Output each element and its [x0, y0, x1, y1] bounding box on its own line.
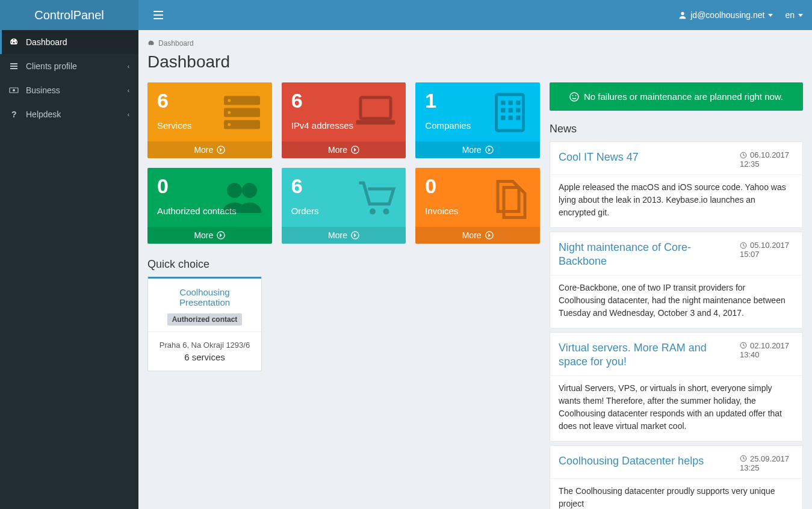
tile-authorized-contacts[interactable]: 0 Authorized contacts More: [147, 168, 272, 244]
quick-choice-services: 6 services: [154, 352, 255, 362]
stat-tiles: 6 Services More: [147, 82, 540, 244]
tile-orders[interactable]: 6 Orders More: [282, 168, 406, 244]
user-menu[interactable]: jd@coolhousing.net: [678, 10, 773, 20]
news-timestamp: 06.10.2017 12:35: [740, 150, 794, 168]
status-banner: No failures or maintenance are planned r…: [550, 82, 803, 111]
sidebar-item-business[interactable]: Business ‹: [0, 78, 138, 102]
svg-rect-17: [361, 97, 391, 119]
files-icon: [486, 174, 534, 222]
svg-point-32: [242, 183, 257, 198]
brand-logo[interactable]: ControlPanel: [0, 0, 138, 30]
tile-more-link[interactable]: More: [282, 227, 406, 244]
arrow-right-circle-icon: [217, 146, 225, 154]
svg-rect-7: [153, 14, 163, 16]
sidebar-item-helpdesk[interactable]: ? Helpdesk ‹: [0, 102, 138, 126]
news-timestamp: 02.10.2017 13:40: [740, 341, 794, 369]
quick-choice-card: Coolhousing Presentation Authorized cont…: [147, 277, 262, 371]
caret-down-icon: [798, 14, 803, 17]
clock-icon: [740, 242, 747, 249]
clock-icon: [740, 152, 747, 159]
sidebar-nav: Dashboard Clients profile ‹ Business ‹ ?: [0, 30, 138, 126]
users-icon: [218, 174, 266, 222]
breadcrumb: Dashboard: [147, 39, 803, 48]
tile-ipv4[interactable]: 6 IPv4 addresses More: [282, 82, 406, 158]
svg-rect-27: [501, 116, 506, 120]
clock-icon: [740, 342, 747, 349]
news-title-link[interactable]: Coolhousing Datacenter helps: [559, 454, 733, 472]
sidebar-item-clients-profile[interactable]: Clients profile ‹: [0, 54, 138, 78]
tile-more-link[interactable]: More: [147, 227, 272, 244]
tile-more-link[interactable]: More: [415, 227, 540, 244]
sidebar-item-label: Business: [26, 85, 128, 95]
svg-rect-26: [516, 108, 521, 113]
news-title-link[interactable]: Virtual servers. More RAM and space for …: [559, 341, 733, 369]
news-item: Night maintenance of Core-Backbone 05.10…: [550, 232, 803, 329]
tile-more-link[interactable]: More: [282, 141, 406, 158]
user-icon: [678, 11, 687, 19]
tile-more-link[interactable]: More: [415, 141, 540, 158]
quick-choice-heading: Quick choice: [147, 258, 540, 271]
list-icon: [9, 61, 21, 71]
clock-icon: [740, 455, 747, 462]
tile-services[interactable]: 6 Services More: [147, 82, 272, 158]
svg-point-14: [228, 111, 231, 114]
svg-point-40: [575, 95, 576, 96]
svg-rect-18: [356, 120, 395, 125]
news-title-link[interactable]: Cool IT News 47: [559, 150, 733, 168]
news-title-link[interactable]: Night maintenance of Core-Backbone: [559, 241, 733, 269]
arrow-right-circle-icon: [485, 146, 494, 154]
quick-choice-address: Praha 6, Na Okraji 1293/6: [154, 341, 255, 350]
svg-rect-28: [509, 116, 513, 120]
quick-choice-link[interactable]: Coolhousing Presentation: [154, 287, 255, 307]
svg-rect-25: [509, 108, 513, 113]
svg-rect-6: [153, 11, 163, 12]
news-item: Coolhousing Datacenter helps 25.09.2017 …: [550, 445, 803, 509]
arrow-right-circle-icon: [351, 231, 359, 239]
svg-point-39: [572, 95, 573, 96]
chevron-left-icon: ‹: [128, 87, 129, 94]
news-body: Virtual Servers, VPS, or virtuals in sho…: [550, 375, 802, 441]
news-item: Cool IT News 47 06.10.2017 12:35 Apple r…: [550, 141, 803, 228]
language-label: en: [785, 10, 795, 20]
arrow-right-circle-icon: [351, 146, 359, 154]
svg-point-31: [227, 183, 242, 198]
news-item: Virtual servers. More RAM and space for …: [550, 332, 803, 442]
tile-invoices[interactable]: 0 Invoices More: [415, 168, 540, 244]
sidebar-item-dashboard[interactable]: Dashboard: [0, 30, 138, 54]
question-icon: ?: [9, 110, 21, 119]
news-timestamp: 25.09.2017 13:25: [740, 454, 794, 472]
hamburger-icon: [153, 11, 163, 19]
svg-point-38: [570, 93, 578, 101]
cart-icon: [352, 174, 400, 222]
server-icon: [218, 88, 266, 137]
money-icon: [9, 85, 21, 95]
sidebar-item-label: Helpdesk: [26, 110, 128, 119]
sidebar-item-label: Clients profile: [26, 61, 128, 71]
dashboard-icon: [9, 37, 21, 47]
news-body: The Coolhousing datacenter proudly suppo…: [550, 478, 802, 509]
svg-point-15: [228, 123, 231, 126]
tile-companies[interactable]: 1 Companies More: [415, 82, 540, 158]
svg-rect-2: [10, 68, 17, 69]
svg-rect-1: [10, 66, 17, 67]
sidebar-item-label: Dashboard: [26, 37, 129, 47]
news-timestamp: 05.10.2017 15:07: [740, 241, 794, 269]
arrow-right-circle-icon: [485, 231, 494, 239]
building-icon: [486, 88, 534, 137]
topbar: jd@coolhousing.net en: [138, 0, 812, 30]
svg-rect-23: [516, 100, 521, 105]
svg-text:?: ?: [11, 110, 17, 119]
svg-rect-21: [501, 100, 506, 105]
status-text: No failures or maintenance are planned r…: [584, 91, 783, 102]
svg-point-35: [383, 209, 389, 215]
chevron-left-icon: ‹: [128, 111, 129, 118]
menu-toggle-button[interactable]: [147, 8, 169, 22]
svg-point-13: [228, 99, 231, 102]
arrow-right-circle-icon: [217, 231, 225, 239]
authorized-contact-badge: Authorized contact: [167, 313, 243, 325]
svg-rect-22: [509, 100, 513, 105]
svg-point-34: [370, 209, 376, 215]
language-menu[interactable]: en: [785, 10, 803, 20]
user-email: jd@coolhousing.net: [690, 10, 764, 20]
tile-more-link[interactable]: More: [147, 141, 272, 158]
